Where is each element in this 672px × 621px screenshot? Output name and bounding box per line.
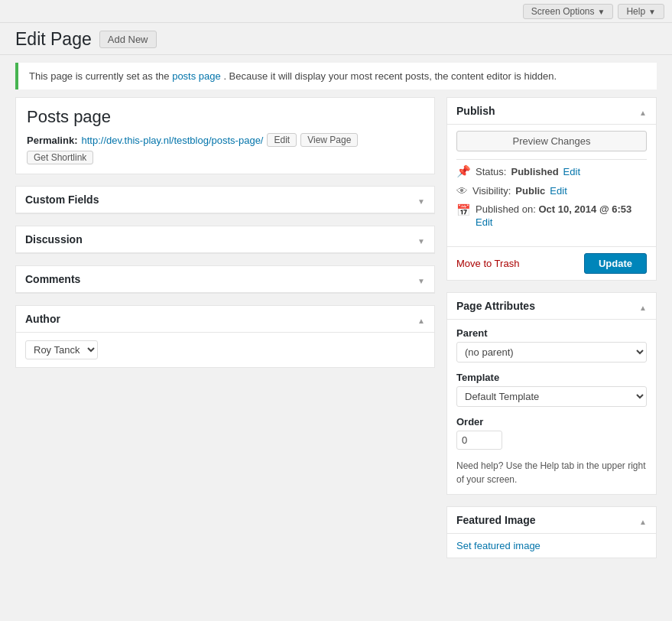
featured-image-toggle-icon [639,513,647,527]
visibility-label: Visibility: [472,185,511,197]
parent-select[interactable]: (no parent) [456,342,647,363]
visibility-edit-link[interactable]: Edit [550,185,566,197]
page-title-box: Posts page Permalink: http://dev.this-pl… [15,97,435,174]
screen-options-label: Screen Options [531,6,595,17]
author-content: Roy Tanck [16,333,434,367]
discussion-title: Discussion [25,233,83,245]
permalink-label: Permalink: [27,135,77,146]
author-select-wrap: Roy Tanck [25,340,425,359]
visibility-row: 👁 Visibility: Public Edit [456,184,647,197]
custom-fields-toggle-icon [417,193,425,206]
publish-title: Publish [456,105,495,117]
page-header: Edit Page Add New [0,23,672,55]
comments-header[interactable]: Comments [16,266,434,293]
status-edit-link[interactable]: Edit [563,166,580,177]
status-row: 📌 Status: Published Edit [456,164,647,178]
posts-page-link[interactable]: posts page [172,70,221,82]
published-on-label: Published on: [476,203,536,215]
publish-header[interactable]: Publish [447,98,656,125]
featured-image-title: Featured Image [456,514,535,526]
discussion-box: Discussion [15,226,435,254]
eye-icon: 👁 [456,184,468,197]
publish-actions: Preview Changes 📌 Status: Published Edit… [447,125,656,240]
preview-changes-button[interactable]: Preview Changes [456,131,647,151]
set-featured-image-link[interactable]: Set featured image [447,534,656,558]
status-label: Status: [476,166,506,177]
page-attributes-content: Parent (no parent) Template Default Temp… [447,320,656,494]
author-title: Author [25,313,60,325]
comments-box: Comments [15,265,435,294]
page-attributes-box: Page Attributes Parent (no parent) Templ… [446,292,657,495]
notice-bar: This page is currently set as the posts … [15,63,657,89]
author-toggle-icon [417,312,425,326]
screen-options-button[interactable]: Screen Options [523,4,614,19]
custom-fields-header[interactable]: Custom Fields [16,187,434,213]
author-select[interactable]: Roy Tanck [25,340,98,359]
top-bar: Screen Options Help [0,0,672,23]
comments-title: Comments [25,273,80,285]
permalink-row: Permalink: http://dev.this-play.nl/testb… [27,133,424,147]
help-label: Help [626,6,645,17]
author-header[interactable]: Author [16,306,434,333]
permalink-url[interactable]: http://dev.this-play.nl/testblog/posts-p… [81,135,263,146]
left-column: Posts page Permalink: http://dev.this-pl… [15,97,435,570]
custom-fields-box: Custom Fields [15,186,435,214]
featured-image-header[interactable]: Featured Image [447,507,656,534]
visibility-value: Public [515,185,545,197]
screen-options-chevron-icon [598,6,605,17]
parent-label: Parent [456,327,647,339]
published-on-row: 📅 Published on: Oct 10, 2014 @ 6:53 Edit [456,203,647,228]
discussion-toggle-icon [417,232,425,246]
notice-text-after: . Because it will display your most rece… [223,70,557,82]
calendar-icon: 📅 [456,203,471,217]
help-button[interactable]: Help [618,4,664,19]
move-to-trash-link[interactable]: Move to Trash [456,258,519,269]
page-attributes-title: Page Attributes [456,300,535,312]
view-page-button[interactable]: View Page [300,133,358,147]
featured-image-box: Featured Image Set featured image [446,506,657,558]
get-shortlink-button[interactable]: Get Shortlink [27,151,93,164]
template-section: Template Default Template [456,372,647,407]
right-column: Publish Preview Changes 📌 Status: Publis… [446,97,657,570]
published-on-value: Oct 10, 2014 @ 6:53 [538,203,631,215]
order-label: Order [456,416,647,428]
author-box: Author Roy Tanck [15,305,435,368]
permalink-edit-button[interactable]: Edit [267,133,297,147]
notice-text-before: This page is currently set as the [29,70,172,82]
help-chevron-icon [648,6,656,17]
order-section: Order [456,416,647,450]
page-title: Edit Page [15,29,92,50]
custom-fields-title: Custom Fields [25,193,99,206]
parent-section: Parent (no parent) [456,327,647,363]
order-input[interactable] [456,431,502,450]
template-label: Template [456,372,647,383]
main-content: Posts page Permalink: http://dev.this-pl… [0,97,672,585]
post-title-display: Posts page [27,107,424,127]
pin-icon: 📌 [456,164,471,178]
publish-footer: Move to Trash Update [447,246,656,280]
help-text: Need help? Use the Help tab in the upper… [456,459,647,486]
featured-image-content: Set featured image [447,534,656,558]
comments-toggle-icon [417,272,425,286]
discussion-header[interactable]: Discussion [16,226,434,253]
published-on-edit-link[interactable]: Edit [476,216,631,228]
publish-box: Publish Preview Changes 📌 Status: Publis… [446,97,657,281]
page-attributes-toggle-icon [639,299,647,313]
add-new-button[interactable]: Add New [99,31,157,48]
update-button[interactable]: Update [584,253,647,274]
publish-toggle-icon [639,104,647,118]
status-value: Published [511,166,558,177]
page-attributes-header[interactable]: Page Attributes [447,293,656,320]
template-select[interactable]: Default Template [456,386,647,407]
